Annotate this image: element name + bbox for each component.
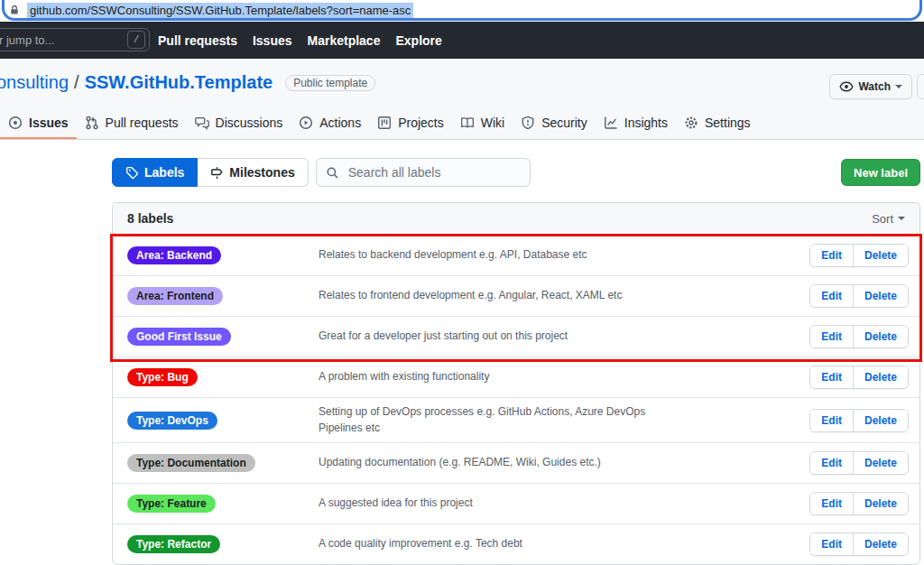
label-actions-group: EditDelete xyxy=(809,366,909,389)
label-actions-group: EditDelete xyxy=(809,492,909,515)
label-description: Relates to backend development e.g. API,… xyxy=(319,247,679,263)
eye-icon xyxy=(839,79,854,94)
tab-label: Actions xyxy=(319,116,361,130)
edit-button[interactable]: Edit xyxy=(810,493,853,514)
tab-wiki[interactable]: Wiki xyxy=(452,108,513,139)
global-nav-pull-requests[interactable]: Pull requests xyxy=(158,33,237,48)
global-search-input[interactable] xyxy=(0,32,127,48)
edit-button[interactable]: Edit xyxy=(810,533,853,555)
tab-label: Wiki xyxy=(481,116,504,130)
labels-table: 8 labels Sort Area: BackendRelates to ba… xyxy=(112,202,920,565)
shield-icon xyxy=(521,116,535,130)
milestone-icon xyxy=(210,166,224,180)
tab-projects[interactable]: Projects xyxy=(369,108,452,139)
delete-button[interactable]: Delete xyxy=(853,366,908,388)
label-actions-group: EditDelete xyxy=(809,409,909,432)
label-description: Relates to frontend development e.g. Ang… xyxy=(319,288,679,303)
global-nav-marketplace[interactable]: Marketplace xyxy=(308,33,381,48)
global-nav-explore[interactable]: Explore xyxy=(395,33,441,48)
label-description: Setting up of DevOps processes e.g. GitH… xyxy=(319,404,679,436)
delete-button[interactable]: Delete xyxy=(853,245,908,266)
edit-button[interactable]: Edit xyxy=(810,245,853,266)
milestones-filter-label: Milestones xyxy=(229,165,294,180)
delete-button[interactable]: Delete xyxy=(853,452,908,474)
label-badge[interactable]: Area: Frontend xyxy=(127,287,223,305)
label-description: A suggested idea for this project xyxy=(319,496,679,511)
delete-button[interactable]: Delete xyxy=(853,493,908,514)
delete-button[interactable]: Delete xyxy=(853,326,908,347)
delete-button[interactable]: Delete xyxy=(853,410,908,431)
edit-button[interactable]: Edit xyxy=(810,366,853,388)
label-row: Type: RefactorA code quality improvement… xyxy=(113,523,919,564)
label-search-input[interactable] xyxy=(346,164,521,181)
new-label-button[interactable]: New label xyxy=(841,159,920,186)
tab-label: Security xyxy=(541,116,587,130)
labels-filter-label: Labels xyxy=(144,165,184,180)
label-description: A problem with existing functionality xyxy=(319,369,679,384)
chevron-down-icon xyxy=(898,217,905,220)
repo-header: SSWConsulting / SSW.GitHub.Template Publ… xyxy=(0,59,924,108)
repo-org-link[interactable]: SSWConsulting xyxy=(0,72,69,93)
tab-insights[interactable]: Insights xyxy=(596,108,676,139)
tab-label: Issues xyxy=(29,116,69,130)
tab-label: Pull requests xyxy=(106,116,179,130)
edit-button[interactable]: Edit xyxy=(810,452,853,474)
labels-toolbar: Labels Milestones New label xyxy=(112,158,920,187)
tab-actions[interactable]: Actions xyxy=(291,108,369,139)
tab-label: Discussions xyxy=(216,116,283,130)
github-global-header: / Pull requestsIssuesMarketplaceExplore xyxy=(0,22,924,59)
label-description: A code quality improvement e.g. Tech deb… xyxy=(319,536,679,551)
tab-security[interactable]: Security xyxy=(513,108,596,139)
label-badge[interactable]: Type: Feature xyxy=(127,495,216,513)
label-badge[interactable]: Type: Documentation xyxy=(127,454,255,472)
label-actions-group: EditDelete xyxy=(809,284,909,308)
global-nav-issues[interactable]: Issues xyxy=(253,33,292,48)
label-actions-group: EditDelete xyxy=(809,325,909,348)
watch-button[interactable]: Watch xyxy=(829,74,912,99)
label-row: Area: FrontendRelates to frontend develo… xyxy=(113,275,919,316)
label-row: Type: BugA problem with existing functio… xyxy=(113,357,919,397)
global-nav: Pull requestsIssuesMarketplaceExplore xyxy=(158,22,442,59)
label-actions-group: EditDelete xyxy=(809,451,909,475)
partial-button-sliver[interactable] xyxy=(917,74,924,99)
project-icon xyxy=(377,116,392,130)
repo-title-separator: / xyxy=(74,72,79,93)
tab-label: Insights xyxy=(624,116,668,130)
global-search-box[interactable]: / xyxy=(0,28,150,51)
labels-filter-button[interactable]: Labels xyxy=(112,158,198,187)
label-badge[interactable]: Type: Bug xyxy=(127,368,198,386)
url-text[interactable]: github.com/SSWConsulting/SSW.GitHub.Temp… xyxy=(27,3,413,18)
comment-discussion-icon xyxy=(195,116,209,130)
tab-pull-requests[interactable]: Pull requests xyxy=(77,108,187,139)
repo-tab-nav: IssuesPull requestsDiscussionsActionsPro… xyxy=(0,108,924,140)
visibility-badge: Public template xyxy=(285,75,375,91)
labels-count: 8 labels xyxy=(127,211,173,226)
label-badge[interactable]: Area: Backend xyxy=(127,246,221,264)
repo-name-link[interactable]: SSW.GitHub.Template xyxy=(85,72,273,93)
sort-dropdown[interactable]: Sort xyxy=(872,212,905,226)
tab-discussions[interactable]: Discussions xyxy=(187,108,291,139)
delete-button[interactable]: Delete xyxy=(853,533,908,555)
label-badge[interactable]: Type: DevOps xyxy=(127,412,217,430)
label-badge[interactable]: Type: Refactor xyxy=(127,535,220,553)
label-badge[interactable]: Good First Issue xyxy=(127,328,231,346)
watch-button-label: Watch xyxy=(858,80,891,93)
book-icon xyxy=(460,116,475,130)
delete-button[interactable]: Delete xyxy=(853,285,908,307)
graph-icon xyxy=(604,116,618,130)
tab-settings[interactable]: Settings xyxy=(676,108,759,139)
issue-opened-icon xyxy=(8,116,23,130)
label-search-box[interactable] xyxy=(316,158,531,187)
labels-table-header: 8 labels Sort xyxy=(113,203,919,235)
label-row: Type: FeatureA suggested idea for this p… xyxy=(113,483,919,523)
edit-button[interactable]: Edit xyxy=(810,285,853,307)
edit-button[interactable]: Edit xyxy=(810,326,853,347)
tab-label: Settings xyxy=(705,116,751,130)
browser-address-bar: github.com/SSWConsulting/SSW.GitHub.Temp… xyxy=(0,0,924,22)
label-row: Good First IssueGreat for a developer ju… xyxy=(113,316,919,357)
milestones-filter-button[interactable]: Milestones xyxy=(198,158,308,187)
tag-icon xyxy=(125,166,139,180)
edit-button[interactable]: Edit xyxy=(810,410,853,431)
label-description: Updating documentation (e.g. README, Wik… xyxy=(319,455,679,470)
tab-issues[interactable]: Issues xyxy=(0,108,77,139)
